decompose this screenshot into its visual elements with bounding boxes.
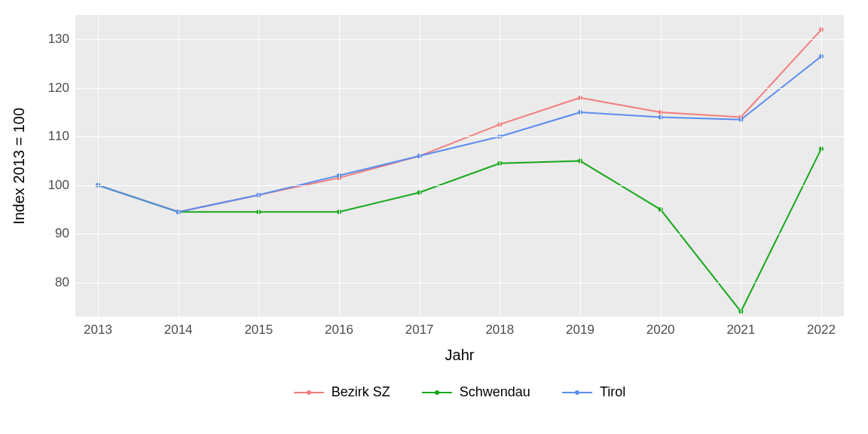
- x-tick-label: 2022: [807, 322, 836, 338]
- grid-line-v: [98, 15, 99, 316]
- series-line: [98, 57, 821, 212]
- legend-label: Bezirk SZ: [332, 384, 390, 400]
- y-tick-label: 130: [48, 32, 69, 47]
- y-tick-label: 100: [48, 178, 69, 193]
- y-tick-label: 120: [48, 81, 69, 96]
- legend-swatch: [294, 386, 324, 399]
- y-tick-label: 110: [48, 129, 69, 144]
- legend-item: Tirol: [562, 384, 625, 400]
- grid-line-h: [75, 234, 844, 234]
- grid-line-v: [741, 15, 741, 316]
- grid-line-v: [258, 15, 259, 316]
- y-axis-title-text: Index 2013 = 100: [11, 107, 29, 224]
- x-tick-label: 2021: [726, 322, 755, 338]
- grid-line-v: [821, 15, 822, 316]
- grid-line-v: [420, 15, 420, 316]
- y-tick-label: 90: [55, 226, 69, 241]
- grid-line-v: [661, 15, 662, 316]
- legend-item: Bezirk SZ: [294, 384, 390, 400]
- x-tick-label: 2014: [164, 322, 193, 338]
- series-line: [98, 148, 821, 311]
- legend-label: Schwendau: [460, 384, 530, 400]
- x-tick-label: 2018: [485, 322, 514, 338]
- y-tick-label: 80: [55, 275, 69, 290]
- legend-item: Schwendau: [422, 384, 530, 400]
- y-axis-title: Index 2013 = 100: [9, 15, 30, 316]
- grid-line-v: [179, 15, 179, 316]
- x-axis-title: Jahr: [75, 347, 844, 364]
- legend-label: Tirol: [600, 384, 625, 400]
- grid-line-v: [500, 15, 500, 316]
- x-tick-label: 2017: [405, 322, 434, 338]
- grid-line-h: [75, 283, 844, 283]
- grid-line-v: [339, 15, 340, 316]
- series-layer: [75, 15, 844, 316]
- x-tick-label: 2016: [325, 322, 353, 338]
- grid-line-h: [75, 136, 844, 137]
- grid-line-h: [75, 185, 844, 186]
- x-tick-label: 2020: [646, 322, 675, 338]
- grid-line-h: [75, 39, 844, 40]
- legend-swatch: [562, 386, 592, 399]
- grid-line-h: [75, 88, 844, 89]
- x-tick-label: 2015: [244, 322, 273, 338]
- legend: Bezirk SZSchwendauTirol: [75, 384, 844, 400]
- x-tick-label: 2013: [84, 322, 112, 338]
- plot-area: 8090100110120130201320142015201620172018…: [75, 15, 844, 316]
- chart-container: Index 2013 = 100 80901001101201302013201…: [0, 0, 868, 434]
- x-tick-label: 2019: [566, 322, 594, 338]
- x-axis-title-text: Jahr: [445, 347, 475, 363]
- grid-line-v: [580, 15, 581, 316]
- legend-swatch: [422, 386, 452, 399]
